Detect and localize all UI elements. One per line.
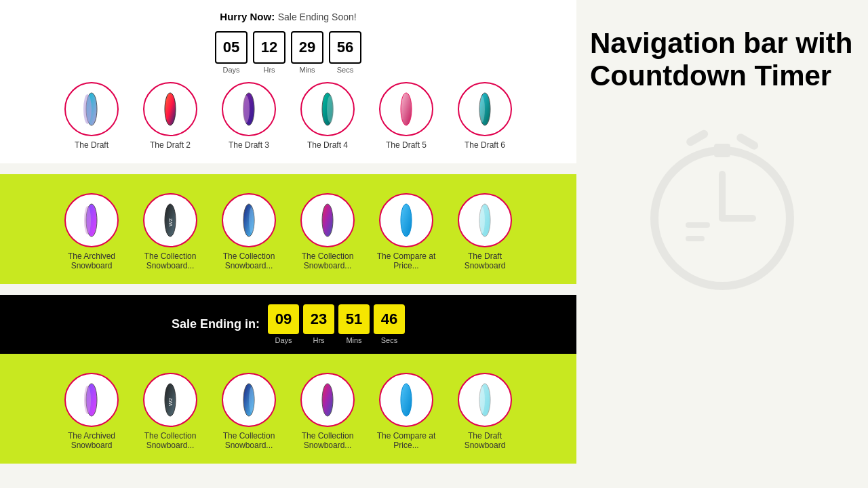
svg-point-2 <box>165 93 176 125</box>
list-item[interactable]: The Collection Snowboard... <box>215 373 283 450</box>
mins-digit: 29 <box>291 31 323 64</box>
list-item[interactable]: The Draft 6 <box>451 82 519 150</box>
svg-point-9 <box>479 96 485 122</box>
product-name: The Archived Snowboard <box>58 251 125 270</box>
hrs-box: 12 Hrs <box>253 31 285 74</box>
product-circle <box>379 82 433 136</box>
product-name: The Draft <box>75 140 108 150</box>
days-box-3: 09 Days <box>268 304 299 344</box>
days-digit-3: 09 <box>268 304 299 334</box>
svg-rect-31 <box>714 144 730 157</box>
product-circle <box>64 193 119 247</box>
product-name: The Draft 2 <box>150 140 191 150</box>
hurry-text: Hurry Now: <box>220 11 275 22</box>
list-item[interactable]: W2 The Collection Snowboard... <box>136 193 204 270</box>
product-circle <box>222 193 276 247</box>
svg-point-7 <box>401 93 412 125</box>
product-name: The Collection Snowboard... <box>294 431 361 450</box>
product-circle <box>300 193 355 247</box>
secs-label: Secs <box>337 66 353 74</box>
mins-box-3: 51 Mins <box>338 304 370 344</box>
sale-ending-text: Sale Ending Soon! <box>278 12 357 22</box>
svg-point-1 <box>83 94 92 124</box>
svg-point-26 <box>322 384 333 416</box>
product-name: The Collection Snowboard... <box>136 431 204 450</box>
product-name: The Draft Snowboard <box>451 251 519 270</box>
product-row-3: The Archived Snowboard W2 The Collection… <box>14 373 563 450</box>
timer-row-3: 09 Days 23 Hrs 51 Mins 46 Secs <box>268 304 405 344</box>
product-circle <box>143 82 197 136</box>
list-item[interactable]: The Draft 4 <box>294 82 361 150</box>
mins-digit-3: 51 <box>338 304 370 334</box>
list-item[interactable]: The Draft 2 <box>136 82 204 150</box>
svg-point-17 <box>401 204 412 237</box>
countdown-header: Hurry Now: Sale Ending Soon! <box>14 11 563 23</box>
list-item[interactable]: The Archived Snowboard <box>58 373 125 450</box>
product-circle <box>222 373 276 427</box>
days-digit: 05 <box>215 31 248 64</box>
list-item[interactable]: The Draft Snowboard <box>451 373 519 450</box>
black-header: Sale Ending in: 09 Days 23 Hrs 51 Mins 4… <box>0 295 576 354</box>
product-circle <box>300 82 355 136</box>
list-item[interactable]: The Archived Snowboard <box>58 193 125 270</box>
product-circle: W2 <box>143 193 197 247</box>
list-item[interactable]: W2 The Collection Snowboard... <box>136 373 204 450</box>
days-label: Days <box>222 66 239 74</box>
list-item[interactable]: The Draft 3 <box>215 82 283 150</box>
product-circle <box>64 373 119 427</box>
svg-point-21 <box>84 386 91 414</box>
product-circle <box>458 193 512 247</box>
timer-row-1: 05 Days 12 Hrs 29 Mins 56 Secs <box>14 31 563 74</box>
svg-point-29 <box>479 387 485 413</box>
svg-rect-33 <box>735 132 760 151</box>
list-item[interactable]: The Collection Snowboard... <box>294 193 361 270</box>
section-yellow: The Archived Snowboard W2 The Collection… <box>0 174 576 284</box>
product-name: The Draft Snowboard <box>451 431 519 450</box>
mins-box: 29 Mins <box>291 31 323 74</box>
svg-point-15 <box>249 207 254 233</box>
hrs-label: Hrs <box>263 66 275 74</box>
product-name: The Draft 4 <box>307 140 348 150</box>
product-name: The Draft 6 <box>465 140 505 150</box>
list-item[interactable]: The Collection Snowboard... <box>215 193 283 270</box>
product-name: The Draft 5 <box>386 140 427 150</box>
svg-point-25 <box>249 387 254 413</box>
days-label-3: Days <box>275 336 292 344</box>
product-name: The Compare at Price... <box>372 431 440 450</box>
section-white: Hurry Now: Sale Ending Soon! 05 Days 12 … <box>0 0 576 163</box>
product-name: The Collection Snowboard... <box>215 251 283 270</box>
product-row-2: The Archived Snowboard W2 The Collection… <box>14 193 563 270</box>
secs-digit-3: 46 <box>374 304 405 334</box>
product-circle <box>222 82 276 136</box>
left-panel: Hurry Now: Sale Ending Soon! 05 Days 12 … <box>0 0 576 488</box>
svg-text:W2: W2 <box>167 218 174 226</box>
product-name: The Compare at Price... <box>372 251 440 270</box>
section-yellow-body: The Archived Snowboard W2 The Collection… <box>0 354 576 464</box>
product-name: The Collection Snowboard... <box>136 251 204 270</box>
svg-point-27 <box>401 384 412 416</box>
list-item[interactable]: The Collection Snowboard... <box>294 373 361 450</box>
list-item[interactable]: The Draft <box>58 82 125 150</box>
secs-label-3: Secs <box>381 336 397 344</box>
mins-label-3: Mins <box>346 336 361 344</box>
right-panel: Navigation bar with Countdown Timer <box>576 0 868 488</box>
svg-point-11 <box>84 206 91 235</box>
list-item[interactable]: The Compare at Price... <box>372 193 440 270</box>
product-row-1: The Draft The Draft 2 <box>14 82 563 150</box>
secs-box: 56 Secs <box>329 31 361 74</box>
sale-label: Sale Ending in: <box>172 317 260 331</box>
product-name: The Draft 3 <box>229 140 269 150</box>
svg-point-4 <box>243 96 250 123</box>
svg-text:W2: W2 <box>167 397 174 406</box>
list-item[interactable]: The Draft Snowboard <box>451 193 519 270</box>
hrs-box-3: 23 Hrs <box>303 304 334 344</box>
days-box: 05 Days <box>215 31 248 74</box>
product-circle <box>300 373 355 427</box>
hrs-label-3: Hrs <box>313 336 324 344</box>
list-item[interactable]: The Compare at Price... <box>372 373 440 450</box>
mins-label: Mins <box>299 66 315 74</box>
product-name: The Collection Snowboard... <box>294 251 361 270</box>
section-black-yellow: Sale Ending in: 09 Days 23 Hrs 51 Mins 4… <box>0 295 576 464</box>
secs-digit: 56 <box>329 31 361 64</box>
list-item[interactable]: The Draft 5 <box>372 82 440 150</box>
